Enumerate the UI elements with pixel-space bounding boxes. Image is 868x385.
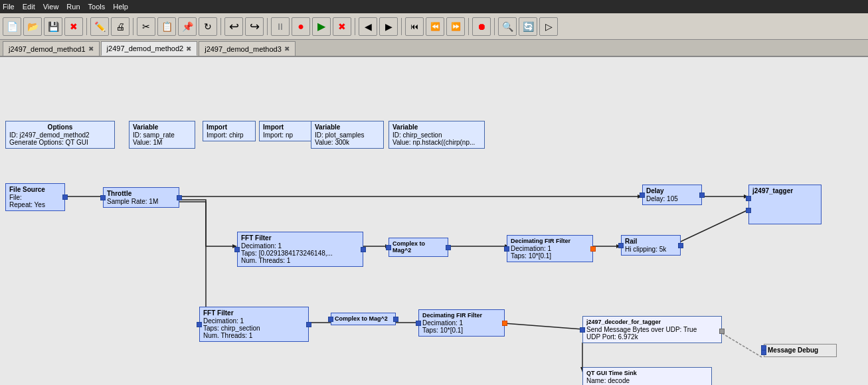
- delay-value: Delay: 105: [646, 195, 698, 202]
- decfir1-taps: Taps: 10*[0.1]: [511, 252, 589, 260]
- copy-button[interactable]: 📋: [157, 17, 176, 36]
- cmag1-output-port: [446, 245, 451, 250]
- import-chirp-value: Import: chirp: [207, 131, 252, 139]
- menu-run[interactable]: Run: [66, 3, 80, 11]
- tab-method2-close[interactable]: ✖: [186, 45, 191, 52]
- menu-file[interactable]: File: [3, 3, 15, 11]
- nav-back-button[interactable]: ◀: [359, 17, 377, 36]
- rotate-button[interactable]: ↻: [199, 17, 217, 36]
- fft-filter2-block[interactable]: FFT Filter Decimation: 1 Taps: chirp_sec…: [199, 307, 309, 342]
- fft2-output-port: [306, 322, 311, 327]
- throttle-block[interactable]: Throttle Sample Rate: 1M: [103, 187, 179, 208]
- tab-method3[interactable]: j2497_demod_method3 ✖: [199, 41, 296, 56]
- draw-button[interactable]: ✏️: [90, 17, 109, 36]
- var-chirp-section-block[interactable]: Variable ID: chirp_section Value: np.hst…: [389, 121, 485, 149]
- decfir1-input-port: [504, 246, 509, 252]
- var-plot-samples-id: ID: plot_samples: [315, 131, 380, 139]
- menu-view[interactable]: View: [43, 3, 59, 11]
- complex-mag2-block[interactable]: Complex to Mag^2: [331, 313, 396, 325]
- print-button[interactable]: 🖨: [111, 17, 130, 36]
- cmag1-title: Complex to Mag^2: [392, 240, 444, 254]
- paste-button[interactable]: 📌: [178, 17, 197, 36]
- refresh-button[interactable]: 🔄: [519, 17, 537, 36]
- delay-output-port: [699, 193, 705, 198]
- var-plot-samples-title: Variable: [315, 123, 380, 131]
- complex-mag1-block[interactable]: Complex to Mag^2: [389, 238, 448, 257]
- fft-filter1-block[interactable]: FFT Filter Decimation: 1 Taps: [0.029138…: [237, 232, 363, 267]
- decoder-output-port: [719, 329, 725, 334]
- decfir2-title: Decimating FIR Filter: [422, 312, 501, 319]
- flowgraph-canvas[interactable]: Options ID: j2497_demod_method2 Generate…: [0, 57, 868, 385]
- import-chirp-block[interactable]: Import Import: chirp: [203, 121, 256, 141]
- tab-method1[interactable]: j2497_demod_method1 ✖: [3, 41, 100, 56]
- dec-fir2-block[interactable]: Decimating FIR Filter Decimation: 1 Taps…: [418, 309, 505, 337]
- decfir2-input-port: [416, 321, 421, 326]
- undo-button[interactable]: ↩: [224, 17, 243, 36]
- cmag2-output-port: [393, 317, 398, 322]
- tab-bar: j2497_demod_method1 ✖ j2497_demod_method…: [0, 40, 868, 57]
- run-button[interactable]: ▶: [312, 17, 331, 36]
- fft2-decimation: Decimation: 1: [203, 317, 305, 325]
- delay-block[interactable]: Delay Delay: 105: [642, 185, 702, 205]
- close-button[interactable]: ✖: [64, 17, 83, 36]
- menu-edit[interactable]: Edit: [23, 3, 35, 11]
- save-button[interactable]: 💾: [44, 17, 62, 36]
- separator5: [355, 18, 355, 35]
- throttle-input-port: [100, 195, 106, 200]
- file-source-output-port: [62, 194, 68, 200]
- menubar: File Edit View Run Tools Help: [0, 0, 868, 13]
- decfir2-decimation: Decimation: 1: [422, 319, 501, 327]
- qt-gui-sink-block[interactable]: QT GUI Time Sink Name: decode Number of …: [582, 367, 712, 385]
- throttle-title: Throttle: [107, 190, 175, 197]
- search-button[interactable]: 🔍: [498, 17, 517, 36]
- fast-forward-button[interactable]: ⏩: [446, 17, 465, 36]
- cut-button[interactable]: ✂: [137, 17, 155, 36]
- fft1-num-threads: Num. Threads: 1: [241, 257, 359, 264]
- dec-fir1-block[interactable]: Decimating FIR Filter Decimation: 1 Taps…: [507, 235, 593, 262]
- tab-method2[interactable]: j2497_demod_method2 ✖: [101, 41, 198, 56]
- svg-line-18: [495, 323, 582, 329]
- cmag2-input-port: [328, 317, 333, 322]
- file-source-repeat: Repeat: Yes: [9, 201, 61, 208]
- tab-method1-close[interactable]: ✖: [88, 45, 94, 52]
- import-np-title: Import: [263, 123, 308, 131]
- open-button[interactable]: 📂: [23, 17, 42, 36]
- separator7: [468, 18, 469, 35]
- toolbar: 📄 📂 💾 ✖ ✏️ 🖨 ✂ 📋 📌 ↻ ↩ ↪ ⏸ ● ▶ ✖ ◀ ▶ ⏮ ⏪…: [0, 13, 868, 40]
- abort-button[interactable]: ✖: [333, 17, 351, 36]
- file-source-block[interactable]: File Source File: Repeat: Yes: [5, 183, 65, 211]
- rail-block[interactable]: Rail Hi clipping: 5k: [621, 235, 681, 256]
- nav-forward-button[interactable]: ▶: [379, 17, 398, 36]
- var-samp-rate-block[interactable]: Variable ID: samp_rate Value: 1M: [129, 121, 195, 149]
- tagger-input2-port: [746, 208, 751, 213]
- fft1-output-port: [361, 247, 366, 252]
- j2497-tagger-block[interactable]: j2497_tagger: [748, 185, 822, 224]
- more-button[interactable]: ▷: [539, 17, 558, 36]
- new-button[interactable]: 📄: [3, 17, 21, 36]
- pause-button[interactable]: ⏸: [271, 17, 290, 36]
- message-debug-block[interactable]: Message Debug: [764, 344, 837, 357]
- import-np-value: Import: np: [263, 131, 308, 139]
- var-plot-samples-block[interactable]: Variable ID: plot_samples Value: 300k: [311, 121, 384, 149]
- menu-tools[interactable]: Tools: [88, 3, 106, 11]
- import-np-block[interactable]: Import Import: np: [259, 121, 312, 141]
- tab-method3-close[interactable]: ✖: [284, 45, 290, 52]
- delay-input-port: [640, 193, 645, 198]
- record-button[interactable]: ⏺: [472, 17, 491, 36]
- kill-button[interactable]: ●: [292, 17, 310, 36]
- decoder-title: j2497_decoder_for_tagger: [586, 319, 718, 325]
- decfir1-decimation: Decimation: 1: [511, 245, 589, 252]
- fft2-taps: Taps: chirp_section: [203, 325, 305, 332]
- redo-button[interactable]: ↪: [245, 17, 264, 36]
- qtsink-name: Name: decode: [586, 377, 708, 384]
- menu-help[interactable]: Help: [113, 3, 128, 11]
- j2497-decoder-block[interactable]: j2497_decoder_for_tagger Send Message By…: [582, 316, 722, 343]
- separator1: [86, 18, 87, 35]
- options-block[interactable]: Options ID: j2497_demod_method2 Generate…: [5, 121, 115, 149]
- skip-back-button[interactable]: ⏮: [405, 17, 424, 36]
- decfir1-output-port: [590, 246, 596, 252]
- j2497-tagger-title: j2497_tagger: [752, 187, 818, 194]
- fft1-title: FFT Filter: [241, 234, 359, 242]
- rewind-button[interactable]: ⏪: [426, 17, 444, 36]
- cmag2-title: Complex to Mag^2: [335, 315, 392, 322]
